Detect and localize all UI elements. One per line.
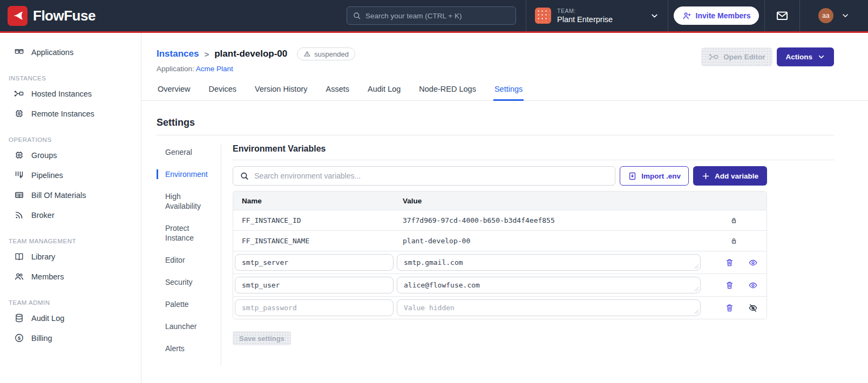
tab-audit-log[interactable]: Audit Log	[367, 85, 402, 100]
tab-assets[interactable]: Assets	[325, 85, 351, 100]
env-row-ff-instance-name: FF_INSTANCE_NAME plant-develop-00	[233, 230, 767, 251]
sidebar-item-label: Groups	[31, 151, 57, 160]
remote-instances-icon	[14, 108, 24, 119]
actions-button[interactable]: Actions	[777, 47, 834, 66]
import-file-icon	[628, 172, 637, 181]
sidebar-item-billing[interactable]: $ Billing	[0, 328, 141, 348]
lock-icon	[730, 237, 738, 245]
applications-icon	[14, 47, 24, 57]
settings-nav-protect-instance[interactable]: Protect Instance	[165, 223, 217, 243]
sidebar-item-label: Members	[31, 272, 64, 281]
sidebar-item-remote-instances[interactable]: Remote Instances	[0, 104, 141, 124]
team-search[interactable]	[347, 6, 516, 25]
show-value-button[interactable]	[748, 281, 758, 290]
env-search-input[interactable]	[254, 172, 608, 180]
app-window: FlowFuse TEAM: Plant Enterprise Invite M…	[0, 0, 868, 383]
sidebar-item-groups[interactable]: Groups	[0, 145, 141, 165]
tab-node-red-logs[interactable]: Node-RED Logs	[418, 85, 477, 100]
add-variable-button[interactable]: Add variable	[693, 166, 767, 186]
hide-value-button[interactable]	[748, 303, 758, 313]
plus-icon	[702, 172, 710, 180]
sidebar-item-pipelines[interactable]: Pipelines	[0, 165, 141, 185]
brand[interactable]: FlowFuse	[8, 6, 96, 26]
settings-nav-palette[interactable]: Palette	[165, 299, 217, 309]
sidebar-item-label: Applications	[31, 48, 73, 57]
eye-off-icon	[748, 303, 758, 313]
sidebar-item-label: Billing	[31, 334, 52, 343]
env-table: Name Value FF_INSTANCE_ID 37f7d969-97cd-…	[233, 191, 767, 319]
sidebar-item-label: Bill Of Materials	[31, 191, 86, 200]
breadcrumb-instances-link[interactable]: Instances	[157, 49, 199, 59]
sidebar-item-label: Remote Instances	[31, 110, 94, 118]
page-title: plant-develop-00	[214, 49, 287, 59]
chevron-down-icon	[650, 11, 659, 20]
delete-variable-button[interactable]	[725, 303, 734, 312]
env-search[interactable]	[233, 166, 615, 186]
tab-devices[interactable]: Devices	[207, 85, 238, 100]
show-value-button[interactable]	[748, 258, 758, 268]
settings-section: Settings General Environment High Availa…	[141, 101, 868, 366]
sidebar-item-applications[interactable]: Applications	[0, 42, 141, 62]
flowfuse-logo-icon	[8, 6, 28, 26]
sidebar-item-label: Pipelines	[31, 171, 63, 180]
trash-icon	[725, 258, 734, 267]
settings-nav-alerts[interactable]: Alerts	[165, 344, 217, 353]
sidebar: Applications INSTANCES Hosted Instances …	[0, 33, 141, 383]
import-env-button[interactable]: Import .env	[620, 166, 689, 186]
sidebar-item-hosted-instances[interactable]: Hosted Instances	[0, 84, 141, 104]
env-row-smtp-server	[233, 251, 767, 273]
env-variables-title: Environment Variables	[233, 144, 834, 160]
editor-flow-icon	[709, 52, 719, 62]
team-selector[interactable]: TEAM: Plant Enterprise	[526, 0, 668, 31]
notifications-button[interactable]	[765, 0, 799, 31]
delete-variable-button[interactable]	[725, 281, 734, 290]
settings-nav-high-availability[interactable]: High Availability	[165, 191, 217, 211]
application-link[interactable]: Acme Plant	[196, 65, 233, 73]
tab-settings[interactable]: Settings	[493, 85, 524, 100]
svg-text:$: $	[18, 336, 21, 341]
audit-log-icon	[14, 313, 24, 323]
instance-tabs: Overview Devices Version History Assets …	[141, 85, 868, 101]
env-value-input[interactable]	[397, 299, 701, 316]
env-name: FF_INSTANCE_NAME	[233, 237, 397, 245]
envelope-icon	[776, 9, 789, 22]
settings-nav-launcher[interactable]: Launcher	[165, 322, 217, 331]
billing-icon: $	[14, 333, 24, 343]
env-name-input[interactable]	[235, 277, 394, 293]
settings-nav-general[interactable]: General	[165, 147, 217, 157]
hosted-instances-icon	[14, 88, 24, 99]
sidebar-item-members[interactable]: Members	[0, 266, 141, 286]
env-row-smtp-user	[233, 273, 767, 296]
sidebar-item-bill-of-materials[interactable]: Bill Of Materials	[0, 185, 141, 205]
sidebar-item-broker[interactable]: Broker	[0, 205, 141, 225]
settings-nav-editor[interactable]: Editor	[165, 255, 217, 265]
chevron-down-icon	[817, 53, 825, 61]
header-right: TEAM: Plant Enterprise Invite Members aa	[526, 0, 868, 31]
sidebar-item-audit-log[interactable]: Audit Log	[0, 308, 141, 328]
user-menu[interactable]: aa	[800, 0, 868, 31]
settings-nav-environment[interactable]: Environment	[157, 169, 208, 179]
sidebar-item-label: Library	[31, 252, 55, 261]
divider	[157, 135, 834, 135]
warning-icon	[303, 50, 311, 58]
sidebar-section-team-management: TEAM MANAGEMENT	[9, 238, 141, 244]
avatar: aa	[818, 8, 833, 23]
save-settings-button[interactable]: Save settings	[233, 331, 291, 345]
env-name-input[interactable]	[235, 299, 394, 316]
application-label: Application:	[157, 65, 194, 73]
invite-members-button[interactable]: Invite Members	[674, 6, 760, 25]
sidebar-section-instances: INSTANCES	[9, 75, 141, 81]
delete-variable-button[interactable]	[725, 258, 734, 267]
env-value-input[interactable]	[397, 277, 701, 293]
sidebar-section-team-admin: TEAM ADMIN	[9, 299, 141, 306]
top-header: FlowFuse TEAM: Plant Enterprise Invite M…	[0, 0, 868, 33]
env-name-input[interactable]	[235, 254, 394, 271]
team-search-input[interactable]	[365, 12, 510, 20]
open-editor-button[interactable]: Open Editor	[701, 47, 772, 66]
sidebar-item-label: Audit Log	[31, 314, 64, 323]
env-value-input[interactable]	[397, 254, 701, 271]
sidebar-item-library[interactable]: Library	[0, 247, 141, 266]
tab-overview[interactable]: Overview	[157, 85, 191, 100]
tab-version-history[interactable]: Version History	[254, 85, 309, 100]
settings-nav-security[interactable]: Security	[165, 277, 217, 287]
